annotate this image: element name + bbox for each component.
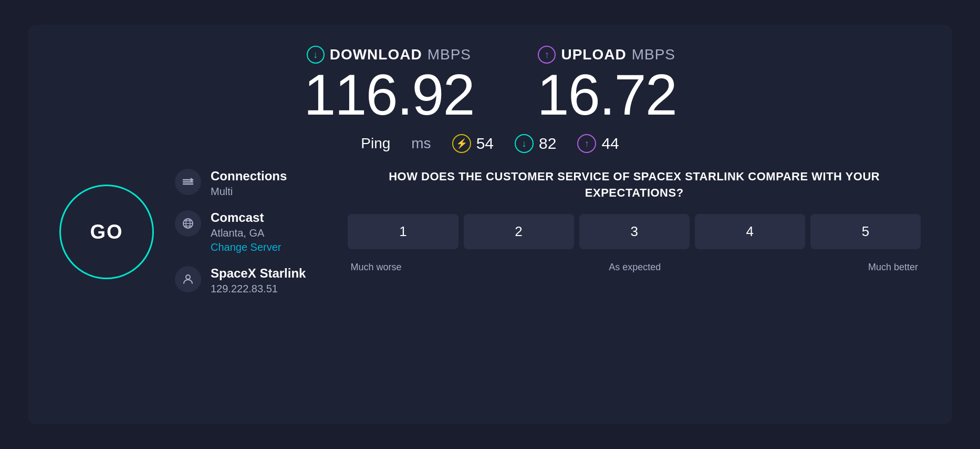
jitter-icon: ⚡ [452, 134, 471, 153]
connections-value: Multi [211, 186, 287, 198]
survey-option-2-label: 2 [515, 223, 522, 239]
survey-option-1[interactable]: 1 [348, 214, 458, 249]
main-row: GO Connections Multi [59, 169, 921, 295]
download-ping-icon: ↓ [515, 134, 534, 153]
download-icon: ↓ [307, 46, 325, 64]
jitter-item: ⚡ 54 [452, 134, 494, 153]
download-block: ↓ DOWNLOAD Mbps 116.92 [304, 46, 474, 124]
download-ping-value: 82 [539, 135, 556, 152]
left-panel: GO Connections Multi [59, 169, 306, 295]
jitter-value: 54 [476, 135, 494, 152]
right-panel: HOW DOES THE CUSTOMER SERVICE OF SPACEX … [327, 169, 921, 273]
main-container: ↓ DOWNLOAD Mbps 116.92 ↑ UPLOAD Mbps 16.… [28, 25, 952, 424]
isp-title: SpaceX Starlink [211, 266, 306, 281]
survey-options: 1 2 3 4 5 [348, 214, 921, 249]
survey-option-1-label: 1 [399, 223, 406, 239]
isp-ip: 129.222.83.51 [211, 283, 306, 295]
survey-option-5[interactable]: 5 [810, 214, 921, 249]
upload-block: ↑ UPLOAD Mbps 16.72 [537, 46, 676, 124]
survey-option-3-label: 3 [630, 223, 638, 239]
isp-item: SpaceX Starlink 129.222.83.51 [175, 266, 306, 295]
download-value: 116.92 [304, 66, 474, 124]
download-unit: Mbps [428, 46, 471, 63]
upload-unit: Mbps [632, 46, 675, 63]
survey-option-4-label: 4 [746, 223, 754, 239]
survey-option-5-label: 5 [862, 223, 869, 239]
survey-labels: Much worse As expected Much better [348, 262, 921, 273]
go-button[interactable]: GO [59, 185, 154, 279]
survey-option-4[interactable]: 4 [695, 214, 805, 249]
go-label: GO [90, 221, 123, 243]
survey-option-2[interactable]: 2 [464, 214, 574, 249]
download-label-row: ↓ DOWNLOAD Mbps [307, 46, 471, 64]
connections-icon [175, 169, 201, 195]
ping-unit: ms [411, 135, 431, 152]
connections-item: Connections Multi [175, 169, 306, 198]
upload-title: UPLOAD [561, 46, 626, 63]
provider-location: Atlanta, GA [211, 227, 282, 239]
survey-label-center: As expected [609, 262, 661, 273]
survey-label-right: Much better [868, 262, 918, 273]
upload-icon: ↑ [538, 46, 556, 64]
svg-point-8 [186, 275, 190, 279]
speeds-row: ↓ DOWNLOAD Mbps 116.92 ↑ UPLOAD Mbps 16.… [59, 46, 921, 124]
info-list: Connections Multi [175, 169, 306, 295]
provider-text: Comcast Atlanta, GA Change Server [211, 210, 282, 253]
change-server-link[interactable]: Change Server [211, 241, 282, 253]
isp-text: SpaceX Starlink 129.222.83.51 [211, 266, 306, 295]
connections-title: Connections [211, 169, 287, 183]
provider-title: Comcast [211, 210, 282, 225]
ping-label: Ping [361, 135, 390, 152]
download-title: DOWNLOAD [330, 46, 422, 63]
ping-row: Ping ms ⚡ 54 ↓ 82 ↑ 44 [59, 134, 921, 153]
survey-option-3[interactable]: 3 [579, 214, 690, 249]
upload-value: 16.72 [537, 66, 676, 124]
person-icon [175, 266, 201, 292]
upload-ping-icon: ↑ [577, 134, 596, 153]
upload-ping-item: ↑ 44 [577, 134, 619, 153]
connections-text: Connections Multi [211, 169, 287, 198]
survey-label-left: Much worse [350, 262, 401, 273]
upload-label-row: ↑ UPLOAD Mbps [538, 46, 675, 64]
provider-item: Comcast Atlanta, GA Change Server [175, 210, 306, 253]
survey-question: HOW DOES THE CUSTOMER SERVICE OF SPACEX … [348, 169, 921, 201]
globe-icon [175, 210, 201, 237]
upload-ping-value: 44 [601, 135, 619, 152]
download-ping-item: ↓ 82 [515, 134, 556, 153]
